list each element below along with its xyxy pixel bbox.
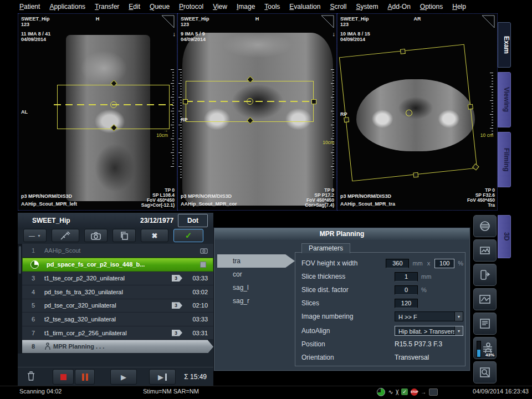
handle-left[interactable]	[183, 99, 188, 104]
handle-center[interactable]	[405, 109, 412, 116]
menu-edit[interactable]: Edit	[129, 3, 140, 11]
menu-evaluation[interactable]: Evaluation	[289, 3, 320, 11]
handle-right[interactable]	[311, 99, 316, 104]
dialog-title[interactable]: MPR Planning	[214, 228, 469, 240]
menu-view[interactable]: View	[213, 3, 227, 11]
viewport-sagittal[interactable]: → 10cm SWEET_Hip 123 11 IMA 8 / 41 04/09…	[18, 13, 177, 211]
handle-center[interactable]	[110, 101, 117, 108]
handle-center[interactable]	[247, 98, 253, 105]
exam-report-button[interactable]	[473, 313, 497, 335]
orientation-value: Transversal	[395, 354, 429, 361]
menu-options[interactable]: Options	[420, 3, 443, 11]
ruler	[490, 73, 493, 135]
dropdown-arrow-icon[interactable]: ▼	[454, 326, 463, 335]
sar-level-bar	[477, 341, 481, 357]
handle-right[interactable]	[468, 104, 473, 110]
dropdown-arrow-icon[interactable]: ▼	[454, 312, 463, 321]
contrast-injection-button[interactable]	[52, 229, 79, 242]
menu-patient[interactable]: Patient	[19, 3, 40, 11]
scroll-down-icon[interactable]: ↓	[332, 30, 336, 37]
autoalign-dropdown[interactable]: Hip bilat. > Transvers ▼	[395, 326, 463, 336]
queue-row[interactable]: 4 pd_tse_fs_tra_320_unilateral 03:02	[22, 285, 213, 299]
queue-row[interactable]: 1 AAHip_Scout	[22, 244, 213, 258]
pause-checkbox[interactable]	[200, 262, 206, 268]
slice-dist-input[interactable]	[395, 285, 418, 295]
viewport-transversal[interactable]: 10 cm SWEET_Hip 123 10 IMA 8 / 15 04/09/…	[337, 13, 498, 211]
menu-protocol[interactable]: Protocol	[179, 3, 203, 11]
menu-system[interactable]: System	[356, 3, 378, 11]
mpr-item-sag-r[interactable]: sag_r	[217, 294, 295, 308]
image-gallery-button[interactable]	[473, 239, 497, 262]
pause-icon	[82, 374, 84, 381]
handle-left[interactable]	[344, 117, 349, 122]
queue-scrollbar[interactable]	[18, 244, 22, 354]
geometry-info: TP 0SP L108.4 FoV 450*450Sag>Cor(-12.1)	[141, 188, 175, 208]
queue-row[interactable]: 6 t2_tse_sag_320_unilateral 03:33	[22, 313, 213, 326]
menu-queue[interactable]: Queue	[150, 3, 170, 11]
field-slices: Slices	[301, 298, 463, 309]
image-date: 04/09/2014	[181, 37, 334, 42]
mpr-item-tra[interactable]: tra	[217, 254, 295, 268]
table-stop-icon: STOP	[411, 388, 418, 396]
series-info: p3 MPR/NORM/DIS3DAAHip_Scout_MPR_tra	[340, 192, 395, 208]
copy-button[interactable]	[112, 229, 136, 242]
rotate-handle[interactable]	[472, 163, 479, 171]
handle-top[interactable]	[400, 49, 406, 54]
menu-help[interactable]: Help	[452, 3, 466, 11]
physio-curve-button[interactable]	[473, 288, 497, 310]
mpr-orientation-list: tra cor sag_l sag_r	[217, 254, 295, 308]
cancel-step-button[interactable]: ✖	[141, 229, 168, 242]
physio-curve-icon	[479, 293, 491, 305]
slice-thickness-input[interactable]	[395, 272, 418, 282]
menu-tools[interactable]: Tools	[264, 3, 280, 11]
tab-parameters[interactable]: Parameters	[301, 243, 350, 253]
menu-applications[interactable]: Applications	[49, 3, 85, 11]
handle-bottom[interactable]	[413, 172, 418, 178]
tab-3d[interactable]: 3D	[498, 215, 511, 258]
queue-row[interactable]: 7 t1_tirm_cor_p2_256_unilateral 3 03:31	[22, 326, 213, 340]
pause-button[interactable]	[75, 369, 95, 385]
tab-exam[interactable]: Exam	[498, 22, 511, 68]
menu-image[interactable]: Image	[237, 3, 255, 11]
patient-reregister-icon	[479, 269, 491, 281]
fov-width-input[interactable]	[434, 259, 454, 268]
tab-viewing[interactable]: Viewing	[498, 72, 511, 127]
stop-icon	[60, 374, 66, 380]
slices-input[interactable]	[395, 299, 418, 308]
dot-engine-button[interactable]: Dot	[178, 214, 208, 227]
menu-scroll[interactable]: Scroll	[330, 3, 346, 11]
mpr-planning-dialog: MPR Planning tra cor sag_l sag_r Paramet…	[213, 227, 470, 371]
image-search-button[interactable]	[473, 361, 497, 383]
patient-reregister-button[interactable]	[473, 264, 497, 286]
geometry-info: TP 0SP P17.2 FoV 450*450Cor>Sag(7.4)	[305, 188, 334, 208]
orientation-cube-icon	[321, 15, 334, 28]
scrollbar-thumb[interactable]	[19, 246, 21, 274]
play-icon: ▶	[121, 373, 126, 381]
fov-height-input[interactable]	[386, 259, 409, 268]
play-button[interactable]: ▶	[110, 369, 137, 385]
tab-filming[interactable]: Filming	[498, 132, 511, 187]
menu-addon[interactable]: Add-On	[387, 3, 410, 11]
sar-meter-button[interactable]: 43%	[473, 337, 497, 359]
menu-transfer[interactable]: Transfer	[95, 3, 119, 11]
strategy-combo[interactable]: — ▼	[23, 229, 47, 242]
queue-row-running[interactable]: pd_space_fs_cor_p2_iso_448_b...	[22, 258, 213, 272]
delete-button[interactable]	[27, 371, 35, 383]
mpr-item-sag-l[interactable]: sag_l	[217, 281, 295, 294]
trash-icon	[27, 371, 35, 381]
scroll-down-icon[interactable]: ↓	[173, 30, 176, 37]
fov-box-transversal[interactable]	[339, 44, 477, 181]
queue-row[interactable]: 5 pd_tse_cor_320_unilateral 3 02:10	[22, 299, 213, 313]
confirm-step-button[interactable]: ✓	[173, 229, 203, 242]
queue-row-selected[interactable]: 8 MPR Planning . . .	[22, 340, 213, 354]
queue-row[interactable]: 3 t1_tse_cor_p2_320_unilateral 3 03:33	[22, 272, 213, 285]
stop-button[interactable]	[53, 369, 74, 385]
snapshot-button[interactable]	[84, 229, 108, 242]
patient-id: 123	[181, 22, 334, 27]
viewport-coronal[interactable]: 10cm SWEET_Hip 123 9 IMA 5 / 9 04/09/201…	[177, 13, 337, 211]
image-numbering-dropdown[interactable]: H >> F ▼	[395, 311, 463, 321]
scale-marker: 10 cm	[480, 133, 493, 138]
head-3d-button[interactable]	[473, 215, 497, 237]
skip-button[interactable]: ▶	[149, 369, 176, 385]
mpr-item-cor[interactable]: cor	[217, 268, 295, 281]
